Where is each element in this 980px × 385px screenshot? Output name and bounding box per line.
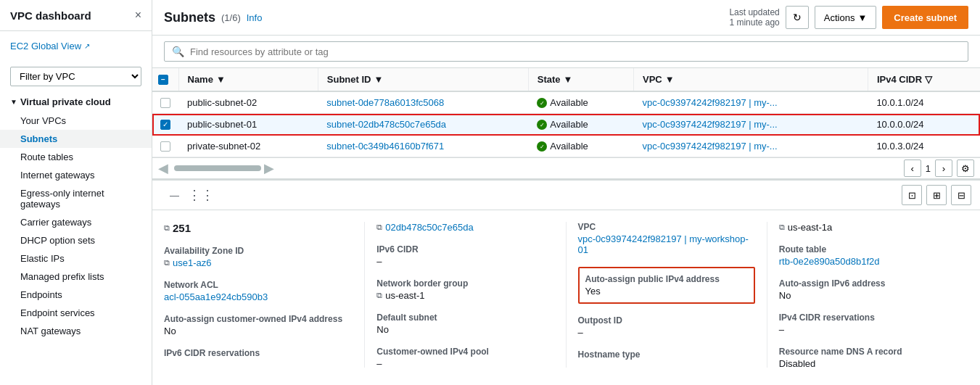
copy-icon[interactable]: ⧉	[164, 223, 170, 233]
sidebar-close-button[interactable]: ×	[135, 9, 141, 22]
sidebar-item-internet-gateways[interactable]: Internet gateways	[0, 166, 152, 184]
vpc-column-header[interactable]: VPC ▼	[633, 68, 868, 91]
sidebar-item-nat-gateways[interactable]: NAT gateways	[0, 322, 152, 340]
actions-button[interactable]: Actions ▼	[815, 6, 877, 29]
detail-subnet-id-truncated: —	[161, 187, 188, 204]
subnet-id-truncated-value[interactable]: 02db478c50c7e65da	[385, 222, 473, 233]
route-table-item: Route table rtb-0e2e890a50d8b1f2d	[779, 244, 957, 267]
sort-icon: ▼	[216, 74, 226, 85]
row2-subnet-id-link[interactable]: subnet-02db478c50c7e65da	[326, 119, 446, 130]
detail-panel-center: — ⋮⋮	[161, 187, 214, 204]
subnets-table: Name ▼ Subnet ID ▼	[152, 68, 980, 157]
name-column-header[interactable]: Name ▼	[178, 68, 318, 91]
sidebar-item-carrier-gateways[interactable]: Carrier gateways	[0, 213, 152, 231]
row2-vpc-link[interactable]: vpc-0c93974242f982197 | my-...	[642, 119, 777, 130]
row3-checkbox[interactable]	[160, 141, 170, 152]
row1-vpc-link[interactable]: vpc-0c93974242f982197 | my-...	[642, 97, 777, 108]
copy-icon5[interactable]: ⧉	[779, 223, 785, 232]
row2-checkbox-cell[interactable]	[152, 114, 178, 136]
row1-subnet-id-link[interactable]: subnet-0de778a6013fc5068	[326, 97, 444, 108]
table-row[interactable]: private-subnet-02 subnet-0c349b46160b7f6…	[152, 136, 980, 157]
status-available-icon	[537, 120, 547, 130]
sidebar-item-dhcp-option-sets[interactable]: DHCP option sets	[0, 231, 152, 249]
prev-page-button[interactable]: ‹	[904, 160, 921, 177]
row3-name: private-subnet-02	[178, 136, 318, 157]
subnet-id-truncated-item: ⧉ 02db478c50c7e65da	[376, 222, 553, 233]
top-bar-right: Last updated 1 minute ago ↻ Actions ▼ Cr…	[729, 6, 968, 29]
chevron-down-icon: ▼	[857, 12, 867, 23]
route-table-value[interactable]: rtb-0e2e890a50d8b1f2d	[779, 256, 957, 267]
sidebar-item-subnets[interactable]: Subnets	[0, 130, 152, 148]
h-scroll-thumb[interactable]	[174, 165, 261, 171]
auto-assign-ipv6-value: No	[779, 290, 957, 301]
network-border-group-item: Network border group ⧉ us-east-1	[376, 278, 553, 301]
detail-expand-button[interactable]: ⊡	[902, 185, 922, 205]
table-row[interactable]: public-subnet-02 subnet-0de778a6013fc506…	[152, 91, 980, 114]
sidebar-ec2-section: EC2 Global View ↗	[0, 31, 152, 61]
row3-vpc-link[interactable]: vpc-0c93974242f982197 | my-...	[642, 141, 777, 152]
sidebar-item-route-tables[interactable]: Route tables	[0, 148, 152, 166]
copy-icon2[interactable]: ⧉	[164, 258, 170, 268]
state-column-header[interactable]: State ▼	[528, 68, 633, 91]
top-bar-left: Subnets (1/6) Info	[164, 10, 262, 25]
sidebar-item-your-vpcs[interactable]: Your VPCs	[0, 112, 152, 130]
ec2-global-view-link[interactable]: EC2 Global View ↗	[0, 37, 152, 55]
auto-assign-ipv6-label: Auto-assign IPv6 address	[779, 278, 957, 289]
scroll-right-icon[interactable]: ▶	[264, 160, 274, 176]
row3-subnet-id: subnet-0c349b46160b7f671	[318, 136, 528, 157]
subnet-id-column-header[interactable]: Subnet ID ▼	[318, 68, 528, 91]
vpc-value[interactable]: vpc-0c93974242f982197 | my-workshop-01	[578, 233, 755, 255]
customer-ipv4-pool-value: –	[376, 358, 553, 368]
customer-ipv4-pool-item: Customer-owned IPv4 pool –	[376, 347, 553, 368]
page-count: (1/6)	[221, 12, 241, 23]
outpost-id-item: Outpost ID –	[578, 315, 755, 338]
row3-subnet-id-link[interactable]: subnet-0c349b46160b7f671	[326, 141, 444, 152]
copy-icon3[interactable]: ⧉	[376, 223, 382, 232]
drag-handle-icon[interactable]: ⋮⋮	[188, 187, 214, 203]
scroll-left-icon[interactable]: ◀	[158, 160, 168, 176]
refresh-button[interactable]: ↻	[786, 6, 809, 29]
default-subnet-label: Default subnet	[376, 312, 553, 323]
row1-checkbox-cell[interactable]	[152, 91, 178, 114]
detail-panel-header: — ⋮⋮ ⊡ ⊞ ⊟	[152, 181, 980, 210]
next-page-button[interactable]: ›	[935, 160, 952, 177]
search-input[interactable]	[190, 46, 960, 57]
sidebar-header: VPC dashboard ×	[0, 0, 152, 31]
detail-col-4: ⧉ us-east-1a Route table rtb-0e2e890a50d…	[767, 222, 968, 368]
row1-name: public-subnet-02	[178, 91, 318, 114]
pagination-settings-button[interactable]: ⚙	[957, 160, 974, 177]
sidebar-item-egress-only-internet-gateways[interactable]: Egress-only internet gateways	[0, 184, 152, 213]
sidebar-item-managed-prefix-lists[interactable]: Managed prefix lists	[0, 268, 152, 286]
create-subnet-button[interactable]: Create subnet	[882, 6, 968, 29]
page-number: 1	[926, 163, 931, 174]
detail-panel-icons: ⊡ ⊞ ⊟	[902, 185, 971, 205]
row3-checkbox-cell[interactable]	[152, 136, 178, 157]
network-acl-value[interactable]: acl-055aa1e924cb590b3	[164, 291, 353, 302]
available-ipv4-item: ⧉ 251	[164, 222, 353, 234]
sidebar-item-endpoints[interactable]: Endpoints	[0, 286, 152, 304]
default-subnet-value: No	[376, 324, 553, 335]
az-id-value[interactable]: use1-az6	[173, 257, 211, 268]
sidebar-item-endpoint-services[interactable]: Endpoint services	[0, 304, 152, 322]
status-available-icon	[537, 98, 547, 108]
ipv4-cidr-column-header[interactable]: IPv4 CIDR ▽	[868, 68, 980, 91]
copy-icon4[interactable]: ⧉	[376, 291, 382, 300]
az-id-label: Availability Zone ID	[164, 246, 353, 256]
outpost-id-value: –	[578, 327, 755, 338]
sidebar-item-elastic-ips[interactable]: Elastic IPs	[0, 249, 152, 268]
row3-state: Available	[528, 136, 633, 157]
network-border-group-label: Network border group	[376, 278, 553, 289]
vpc-group-label[interactable]: ▼ Virtual private cloud	[0, 92, 152, 112]
info-link[interactable]: Info	[247, 12, 263, 23]
detail-fullscreen-button[interactable]: ⊟	[951, 185, 971, 205]
search-bar: 🔍	[152, 36, 980, 68]
hostname-type-item: Hostname type	[578, 349, 755, 360]
row2-checkbox[interactable]	[160, 120, 170, 130]
row1-checkbox[interactable]	[160, 98, 170, 108]
filter-by-vpc-select[interactable]: Filter by VPC	[10, 67, 141, 86]
table-row[interactable]: public-subnet-01 subnet-02db478c50c7e65d…	[152, 114, 980, 136]
ipv4-cidr-reservations-item: IPv4 CIDR reservations –	[779, 312, 957, 335]
select-all-header[interactable]	[152, 68, 178, 91]
detail-split-button[interactable]: ⊞	[926, 185, 947, 205]
header-checkbox[interactable]	[158, 75, 168, 85]
